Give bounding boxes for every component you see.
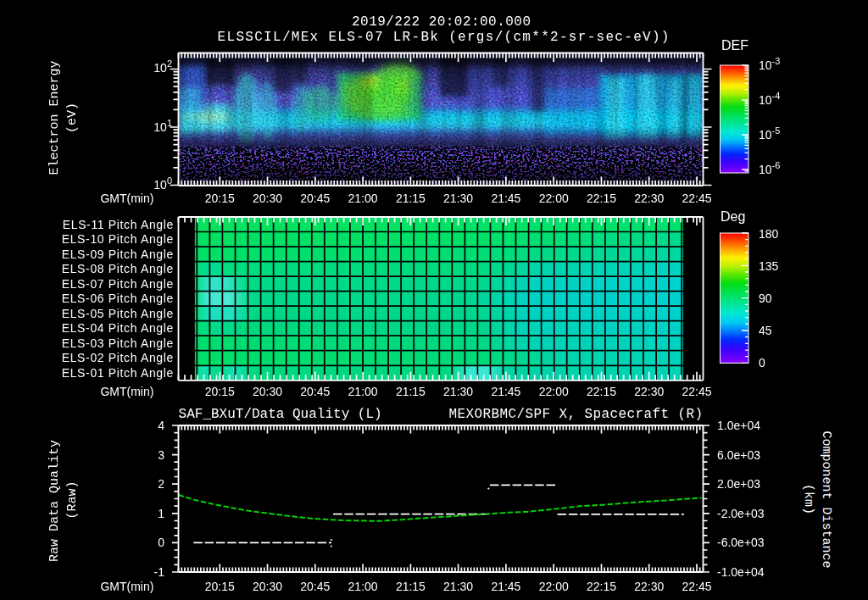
svg-text:21:30: 21:30 xyxy=(443,192,473,205)
svg-text:Electron Energy: Electron Energy xyxy=(47,60,62,175)
svg-text:DEF: DEF xyxy=(721,38,748,53)
svg-text:22:45: 22:45 xyxy=(682,192,711,205)
svg-text:22:00: 22:00 xyxy=(539,385,569,398)
svg-text:22:00: 22:00 xyxy=(539,580,569,593)
svg-text:22:45: 22:45 xyxy=(682,580,711,593)
svg-text:Raw Data Quality: Raw Data Quality xyxy=(47,440,62,562)
svg-text:ELSSCIL/MEx ELS-07 LR-Bk (erg: ELSSCIL/MEx ELS-07 LR-Bk (ergs/(cm**2-sr… xyxy=(218,30,670,45)
svg-text:22:45: 22:45 xyxy=(682,385,711,398)
svg-text:1: 1 xyxy=(158,507,164,520)
svg-text:21:15: 21:15 xyxy=(396,385,426,398)
svg-text:21:45: 21:45 xyxy=(491,580,520,593)
svg-text:SAF_BXuT/Data Quality (L): SAF_BXuT/Data Quality (L) xyxy=(179,407,382,422)
svg-text:ELS-06 Pitch Angle: ELS-06 Pitch Angle xyxy=(62,292,174,305)
svg-text:2.0e+03: 2.0e+03 xyxy=(717,477,760,491)
svg-text:-1.0e+04: -1.0e+04 xyxy=(717,565,765,579)
svg-text:21:45: 21:45 xyxy=(491,192,520,205)
svg-text:Deg: Deg xyxy=(721,209,745,224)
svg-text:21:15: 21:15 xyxy=(396,580,426,593)
svg-text:22:30: 22:30 xyxy=(634,580,664,593)
svg-text:21:30: 21:30 xyxy=(443,580,473,593)
svg-text:22:15: 22:15 xyxy=(587,385,616,398)
svg-text:GMT(min): GMT(min) xyxy=(100,385,153,398)
svg-text:(km): (km) xyxy=(801,484,815,514)
svg-text:2019/222 20:02:00.000: 2019/222 20:02:00.000 xyxy=(352,14,531,30)
svg-text:ELS-04 Pitch Angle: ELS-04 Pitch Angle xyxy=(62,321,174,335)
svg-text:4: 4 xyxy=(158,419,164,432)
svg-text:ELS-09 Pitch Angle: ELS-09 Pitch Angle xyxy=(62,247,174,261)
svg-text:22:00: 22:00 xyxy=(539,192,569,205)
svg-text:22:30: 22:30 xyxy=(634,385,664,398)
svg-text:(Raw): (Raw) xyxy=(65,481,80,519)
svg-text:Component Distance: Component Distance xyxy=(819,431,833,568)
svg-text:(eV): (eV) xyxy=(65,103,80,133)
svg-text:20:15: 20:15 xyxy=(205,580,235,593)
svg-text:20:30: 20:30 xyxy=(253,192,282,205)
svg-text:ELS-05 Pitch Angle: ELS-05 Pitch Angle xyxy=(62,307,174,320)
svg-text:90: 90 xyxy=(759,292,772,305)
svg-text:20:15: 20:15 xyxy=(205,192,235,205)
svg-text:ELS-10 Pitch Angle: ELS-10 Pitch Angle xyxy=(62,232,174,246)
svg-text:21:30: 21:30 xyxy=(443,385,473,398)
svg-text:21:00: 21:00 xyxy=(348,192,378,205)
svg-text:20:30: 20:30 xyxy=(253,580,282,593)
svg-text:ELS-11 Pitch Angle: ELS-11 Pitch Angle xyxy=(63,218,174,231)
svg-text:21:00: 21:00 xyxy=(348,385,378,398)
svg-text:6.0e+03: 6.0e+03 xyxy=(717,448,760,462)
svg-text:MEXORBMC/SPF X, Spacecraft (R): MEXORBMC/SPF X, Spacecraft (R) xyxy=(449,407,704,422)
svg-text:-2.0e+03: -2.0e+03 xyxy=(717,507,765,520)
svg-text:21:15: 21:15 xyxy=(396,192,426,205)
svg-text:ELS-03 Pitch Angle: ELS-03 Pitch Angle xyxy=(62,336,174,350)
svg-text:3: 3 xyxy=(158,448,164,462)
svg-text:22:30: 22:30 xyxy=(634,192,664,205)
svg-text:22:15: 22:15 xyxy=(587,192,616,205)
svg-text:-1: -1 xyxy=(154,565,165,579)
svg-text:21:00: 21:00 xyxy=(348,580,378,593)
svg-text:1.0e+04: 1.0e+04 xyxy=(717,419,760,432)
svg-text:22:15: 22:15 xyxy=(587,580,616,593)
svg-text:20:45: 20:45 xyxy=(300,580,330,593)
svg-text:ELS-02 Pitch Angle: ELS-02 Pitch Angle xyxy=(62,351,174,364)
svg-text:20:30: 20:30 xyxy=(253,385,282,398)
svg-text:0: 0 xyxy=(759,356,765,369)
svg-text:20:15: 20:15 xyxy=(205,385,235,398)
svg-text:135: 135 xyxy=(759,259,779,273)
svg-text:GMT(min): GMT(min) xyxy=(100,580,153,593)
svg-text:20:45: 20:45 xyxy=(300,385,330,398)
svg-text:20:45: 20:45 xyxy=(300,192,330,205)
svg-text:-6.0e+03: -6.0e+03 xyxy=(717,536,765,549)
svg-text:2: 2 xyxy=(158,477,164,491)
svg-text:0: 0 xyxy=(158,536,164,549)
svg-text:180: 180 xyxy=(759,227,779,241)
svg-text:ELS-07 Pitch Angle: ELS-07 Pitch Angle xyxy=(62,277,174,291)
svg-text:ELS-01 Pitch Angle: ELS-01 Pitch Angle xyxy=(62,366,174,380)
svg-text:ELS-08 Pitch Angle: ELS-08 Pitch Angle xyxy=(62,262,174,275)
svg-text:GMT(min): GMT(min) xyxy=(100,192,153,205)
svg-text:21:45: 21:45 xyxy=(491,385,520,398)
svg-text:45: 45 xyxy=(759,324,772,337)
